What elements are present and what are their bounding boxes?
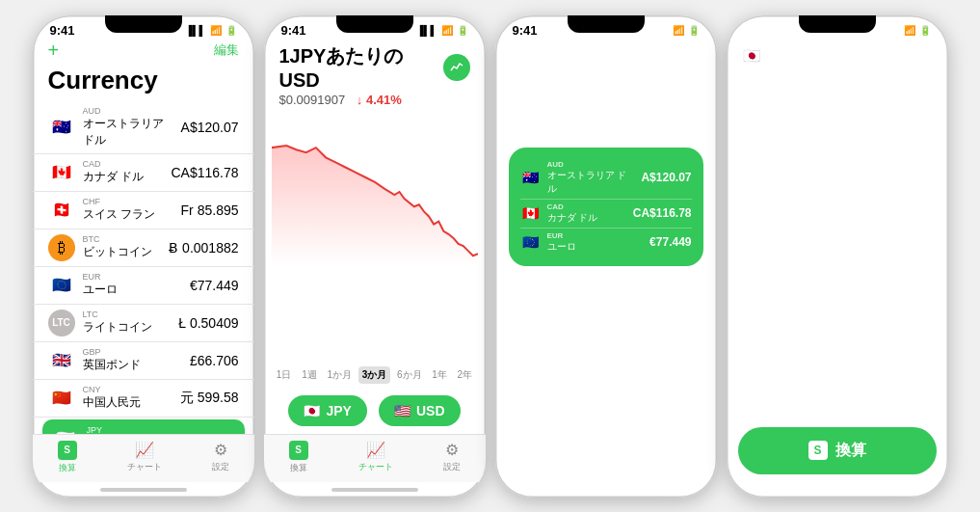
calc-btn-2[interactable]: 2 [789,283,834,328]
app-icon-8[interactable] [662,96,703,138]
calc-btn-divide[interactable]: ÷ [892,142,937,186]
calc-btn-dot[interactable]: . [789,354,834,398]
tab-label-chart: チャート [127,461,162,473]
battery-icon-3: 🔋 [688,25,700,36]
calc-btn-3[interactable]: 3 [841,283,886,328]
convert-button[interactable]: S 換算 [738,427,937,474]
calc-currency-label: 🇯🇵 JPY 日本円 [740,43,806,69]
home-bar-1 [100,488,187,492]
widget-flag-cad: 🇨🇦 [520,202,542,224]
app-icon-5[interactable] [509,96,550,138]
list-item[interactable]: 🇦🇺 AUD オーストラリア ドル A$120.07 [33,101,254,154]
widget-flag-aud: 🇦🇺 [520,167,542,188]
period-1m[interactable]: 1か月 [323,366,356,384]
calc-display: ¥10,000 [727,71,948,138]
flag-eur: 🇪🇺 [48,272,75,299]
currency-code-cny: CNY [83,385,172,394]
calc-btn-backspace[interactable]: ⌫ [841,354,886,398]
calc-btn-1[interactable]: 1 [738,283,782,328]
tab-label-chart-2: チャート [358,461,393,473]
currency-widget[interactable]: 🇦🇺 AUD オーストラリア ドル A$120.07 🇨🇦 CAD カナダ ドル… [509,148,703,266]
currency-value-ltc: Ł 0.50409 [178,315,238,331]
app-icon-4[interactable] [662,45,703,87]
currency-name-cny: 中国人民元 [83,394,172,411]
period-1w[interactable]: 1週 [298,366,321,384]
widget-grid-top: 🇦🇺 AUD オーストラリア ドル A$120.07 🇨🇦 CAD カナダ ドル… [495,40,717,272]
tab-bar-1: S 換算 📈 チャート ⚙ 設定 [33,434,254,482]
calc-header: 🇯🇵 JPY 日本円 × [727,40,948,71]
home-indicator-1 [33,482,254,498]
app-icon-14[interactable] [560,329,601,370]
calc-currency-code: JPY [771,43,806,53]
app-icon-9[interactable] [509,278,550,319]
widget-code-cad: CAD [547,202,627,211]
currency-code-eur: EUR [83,272,182,282]
tab-convert-2[interactable]: S 換算 [289,441,308,474]
period-2y[interactable]: 2年 [454,366,477,384]
add-button[interactable]: + [48,40,60,62]
calc-btn-minus[interactable]: − [892,283,937,328]
app-icon-10[interactable] [560,278,601,319]
list-item[interactable]: 🇨🇳 CNY 中国人民元 元 599.58 [33,380,254,418]
tab-settings-2[interactable]: ⚙ 設定 [443,441,461,473]
tab-convert[interactable]: S 換算 [58,441,77,474]
pill-usd[interactable]: 🇺🇸 USD [379,395,461,426]
bottom-icon-grid [495,272,717,380]
tab-icon-settings: ⚙ [214,441,227,459]
app-icon-16[interactable] [662,329,703,370]
notch-4 [799,15,876,33]
calc-btn-4[interactable]: 4 [738,212,782,256]
calc-btn-7[interactable]: 7 [738,142,782,186]
calc-btn-0[interactable]: 0 [738,354,782,418]
app-icon-2[interactable] [560,45,601,87]
widget-code-aud: AUD [547,160,636,169]
calc-btn-plus[interactable]: + [892,354,937,398]
app-icon-6[interactable] [560,96,601,138]
flag-jpy: 🇯🇵 [52,425,79,434]
calc-close-button[interactable]: × [912,44,935,67]
currency-name-eur: ユーロ [83,282,182,298]
app-icon-15[interactable] [611,329,652,370]
currency-code-cad: CAD [83,159,164,169]
tab-label-settings-2: 設定 [443,461,461,473]
period-3m[interactable]: 3か月 [358,366,391,384]
app-icon-1[interactable] [509,45,550,87]
calc-amount: ¥10,000 [740,79,935,132]
battery-icon-4: 🔋 [919,25,931,36]
widget-value-aud: A$120.07 [641,171,691,184]
signal-icon-4: ▐▌▌ [879,25,899,36]
chart-title: 1JPYあたりのUSD [279,43,470,92]
period-1d[interactable]: 1日 [273,366,296,384]
app-icon-3[interactable] [611,45,652,87]
period-1y[interactable]: 1年 [428,366,451,384]
tab-chart[interactable]: 📈 チャート [127,441,162,473]
calc-btn-5[interactable]: 5 [789,212,834,256]
list-item[interactable]: 🇨🇦 CAD カナダ ドル CA$116.78 [33,154,254,192]
period-6m[interactable]: 6か月 [393,366,426,384]
calc-btn-8[interactable]: 8 [789,142,834,186]
list-item[interactable]: LTC LTC ライトコイン Ł 0.50409 [33,305,254,342]
list-item[interactable]: 🇨🇭 CHF スイス フラン Fr 85.895 [33,192,254,229]
home-bar-2 [331,488,418,492]
app-icon-11[interactable] [611,278,652,319]
rate-change: ↓ 4.41% [357,93,402,107]
list-item[interactable]: 🇬🇧 GBP 英国ポンド £66.706 [33,342,254,380]
chart-rate: $0.0091907 ↓ 4.41% [279,93,470,107]
list-item-selected[interactable]: 🇯🇵 JPY 日本円 ¥10,000 [42,419,245,434]
tab-settings[interactable]: ⚙ 設定 [212,441,229,473]
calc-btn-multiply[interactable]: × [892,212,937,256]
calc-btn-9[interactable]: 9 [841,142,886,186]
list-item[interactable]: 🇪🇺 EUR ユーロ €77.449 [33,267,254,305]
app-icon-7[interactable] [611,96,652,138]
app-icon-13[interactable] [509,329,550,370]
tab-bar-2: S 換算 📈 チャート ⚙ 設定 [264,434,486,482]
list-item[interactable]: ₿ BTC ビットコイン Ƀ 0.001882 [33,229,254,267]
tab-chart-2[interactable]: 📈 チャート [358,441,393,473]
currency-name-cad: カナダ ドル [83,169,164,185]
widget-flag-eur: 🇪🇺 [520,231,542,253]
notch-2 [336,15,413,33]
edit-button[interactable]: 編集 [214,41,239,59]
pill-jpy[interactable]: 🇯🇵 JPY [288,395,366,426]
app-icon-12[interactable] [662,278,703,319]
calc-btn-6[interactable]: 6 [841,212,886,256]
